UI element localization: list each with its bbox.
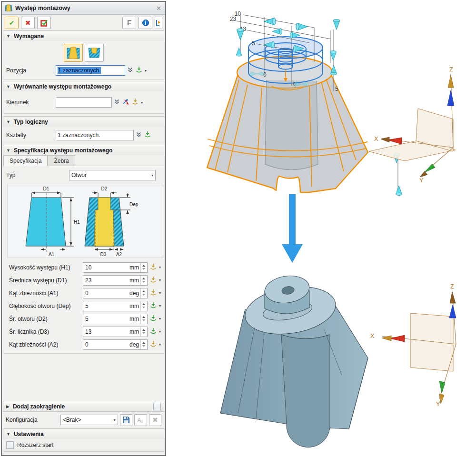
param-input[interactable]: 5 mm xyxy=(83,314,148,324)
tab-label: Żebra xyxy=(54,158,69,164)
info-icon xyxy=(142,19,149,27)
reuse-icon[interactable] xyxy=(149,276,157,285)
param-input[interactable]: 13 mm xyxy=(83,327,148,337)
type-select[interactable]: Otwór ▾ xyxy=(69,170,156,180)
section-alignment-label: Wyrównanie występu montażowego xyxy=(14,83,111,90)
reuse-icon[interactable] xyxy=(149,315,157,323)
expand-chevrons-icon[interactable] xyxy=(114,99,120,106)
param-unit: deg xyxy=(129,341,140,348)
reuse-icon[interactable] xyxy=(149,328,157,336)
dropdown-caret-icon[interactable]: ▾ xyxy=(145,69,147,73)
spinner[interactable] xyxy=(140,263,147,272)
fillet-checkbox[interactable] xyxy=(153,403,161,410)
extend-start-checkbox[interactable] xyxy=(6,441,14,449)
field-f-button[interactable]: F xyxy=(122,17,136,29)
param-value[interactable]: 23 xyxy=(83,277,129,284)
shapes-value[interactable]: 1 zaznaczonych. xyxy=(58,132,100,139)
boss-type-button[interactable] xyxy=(64,44,83,62)
reuse-icon[interactable] xyxy=(144,131,151,139)
param-value[interactable]: 0 xyxy=(83,341,129,348)
dropdown-caret-icon[interactable]: ▾ xyxy=(159,329,161,334)
param-input[interactable]: 5 mm xyxy=(83,301,148,311)
apply-button[interactable] xyxy=(37,17,51,29)
spinner[interactable] xyxy=(140,301,147,311)
param-input[interactable]: 10 mm xyxy=(83,262,148,273)
config-select[interactable]: <Brak> ▾ xyxy=(60,415,118,425)
section-required[interactable]: ▼ Wymagane xyxy=(3,30,164,41)
dropdown-caret-icon[interactable]: ▾ xyxy=(159,317,161,321)
datum-triad-top[interactable]: X Z Y xyxy=(369,66,456,184)
model-after[interactable] xyxy=(220,273,368,447)
spinner[interactable] xyxy=(140,340,147,349)
dropdown-caret-icon[interactable]: ▾ xyxy=(159,304,161,308)
dim-d2-label: 5 xyxy=(252,40,255,47)
param-input[interactable]: 0 deg xyxy=(83,288,148,298)
flip-direction-icon[interactable] xyxy=(122,99,129,107)
direction-input[interactable] xyxy=(56,97,112,108)
dropdown-caret-icon[interactable]: ▾ xyxy=(159,342,161,347)
section-settings[interactable]: ▼ Ustawienia xyxy=(3,428,164,439)
ok-button[interactable]: ✔ xyxy=(5,17,19,29)
param-value[interactable]: 13 xyxy=(83,328,129,335)
cancel-button[interactable]: ✖ xyxy=(21,17,35,29)
param-value[interactable]: 10 xyxy=(83,264,129,271)
dropdown-caret-icon[interactable]: ▾ xyxy=(141,100,143,105)
reuse-icon[interactable] xyxy=(131,98,139,107)
expand-chevrons-icon[interactable] xyxy=(127,67,133,74)
info-button[interactable] xyxy=(139,17,152,29)
section-required-body: Pozycja 1 zaznaczonych. ▾ xyxy=(3,41,164,79)
axis-z-label: Z xyxy=(450,283,454,290)
reuse-icon[interactable] xyxy=(135,66,143,75)
param-unit: mm xyxy=(129,264,140,271)
param-value[interactable]: 0 xyxy=(83,290,129,297)
reuse-icon[interactable] xyxy=(149,302,157,310)
shapes-input[interactable]: 1 zaznaczonych. xyxy=(56,130,134,140)
reuse-icon[interactable] xyxy=(149,263,157,272)
model-before[interactable]: 10 23 13 5 0 0 5 xyxy=(207,10,402,195)
dropdown-caret-icon[interactable]: ▾ xyxy=(159,291,161,295)
boss-diagram: D1 H1 A1 D2 Dep xyxy=(7,184,163,258)
check-icon: ✔ xyxy=(9,19,15,27)
tab-specyfikacja[interactable]: Specyfikacja xyxy=(3,155,48,166)
spinner[interactable] xyxy=(140,327,147,337)
close-icon[interactable]: ✕ xyxy=(155,5,162,12)
expand-chevrons-icon[interactable] xyxy=(136,132,142,139)
tab-zebra[interactable]: Żebra xyxy=(48,155,75,166)
dialog-titlebar[interactable]: Występ montażowy ✕ xyxy=(2,2,165,15)
config-row: Konfiguracja <Brak> ▾ A B ✖ xyxy=(3,413,164,427)
dialog-toolbar: ✔ ✖ F xyxy=(2,15,165,30)
dropdown-caret-icon[interactable]: ▾ xyxy=(159,278,161,282)
axis-z-label: Z xyxy=(449,66,453,73)
spinner[interactable] xyxy=(140,276,147,285)
options-button[interactable] xyxy=(155,17,162,29)
position-input[interactable]: 1 zaznaczonych. xyxy=(56,65,125,76)
save-config-button[interactable] xyxy=(120,414,132,426)
position-value[interactable]: 1 zaznaczonych. xyxy=(58,67,101,74)
spinner[interactable] xyxy=(140,314,147,324)
graphics-viewport[interactable]: 10 23 13 5 0 0 5 xyxy=(167,0,476,457)
datum-triad-bottom[interactable]: X Z Y xyxy=(370,283,456,407)
shapes-label: Kształty xyxy=(6,132,54,139)
rename-config-button[interactable]: A B xyxy=(134,414,147,426)
diagram-d1-label: D1 xyxy=(43,186,50,191)
axis-y-label: Y xyxy=(436,400,440,407)
dialog-title: Występ montażowy xyxy=(15,5,155,11)
section-fillet[interactable]: ▶ Dodaj zaokrąglenie xyxy=(3,401,164,412)
param-value[interactable]: 5 xyxy=(83,316,129,322)
param-input[interactable]: 0 deg xyxy=(83,339,148,350)
reuse-icon[interactable] xyxy=(149,289,157,298)
svg-text:B: B xyxy=(140,419,143,423)
collapse-icon: ▼ xyxy=(6,148,10,153)
reuse-icon[interactable] xyxy=(149,340,157,349)
spinner[interactable] xyxy=(140,288,147,298)
param-value[interactable]: 5 xyxy=(83,303,129,309)
pocket-type-button[interactable] xyxy=(85,44,104,62)
param-input[interactable]: 23 mm xyxy=(83,275,148,286)
delete-config-button[interactable]: ✖ xyxy=(149,414,161,426)
section-logic-type[interactable]: ▼ Typ logiczny xyxy=(3,116,164,127)
section-alignment[interactable]: ▼ Wyrównanie występu montażowego xyxy=(3,81,164,92)
axis-x-label: X xyxy=(370,332,375,339)
select-caret-icon: ▾ xyxy=(114,418,116,422)
dropdown-caret-icon[interactable]: ▾ xyxy=(159,265,161,269)
section-spec[interactable]: ▼ Specyfikacja występu montażowego xyxy=(3,145,164,156)
